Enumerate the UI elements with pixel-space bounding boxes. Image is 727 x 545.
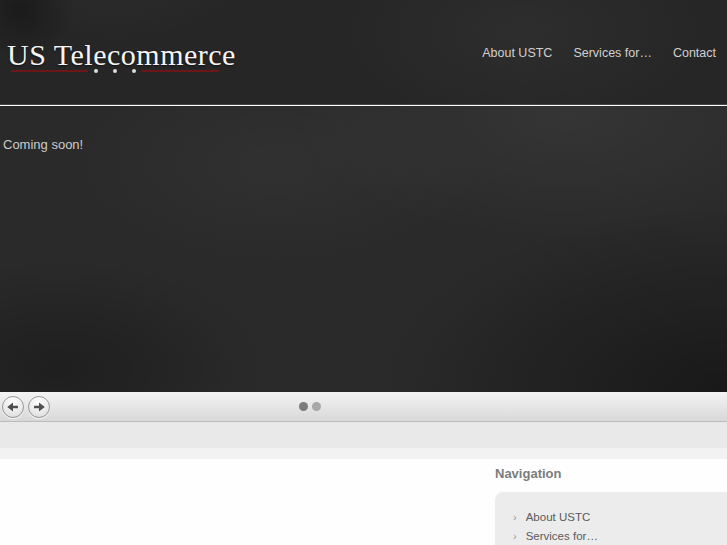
carousel-next-button[interactable] xyxy=(28,396,50,418)
logo-underline-decoration xyxy=(11,69,219,73)
sidebar-navigation-title: Navigation xyxy=(495,466,561,481)
carousel-control-bar xyxy=(0,392,727,422)
divider-strip-gray xyxy=(0,422,727,448)
nav-link-contact[interactable]: Contact xyxy=(673,46,716,60)
sidebar-item-about-ustc[interactable]: › About USTC xyxy=(513,511,727,523)
carousel-prev-button[interactable] xyxy=(2,396,24,418)
sidebar-navigation-box: › About USTC › Services for… xyxy=(495,492,727,545)
sidebar-item-services-for[interactable]: › Services for… xyxy=(513,530,727,542)
underline-right-segment xyxy=(142,70,219,72)
site-logo[interactable]: US Telecommerce xyxy=(7,38,236,72)
main-content-area: Navigation › About USTC › Services for… xyxy=(0,459,727,545)
nav-link-about-ustc[interactable]: About USTC xyxy=(482,46,552,60)
nav-link-services-for[interactable]: Services for… xyxy=(573,46,652,60)
carousel-dot-1-active[interactable] xyxy=(299,402,308,411)
arrow-right-icon xyxy=(32,400,46,414)
arrow-left-icon xyxy=(6,400,20,414)
hero-banner: Coming soon! xyxy=(0,106,727,392)
chevron-right-icon: › xyxy=(513,512,517,523)
sidebar-link-about-ustc[interactable]: About USTC xyxy=(526,511,591,523)
top-navigation: About USTC Services for… Contact xyxy=(482,0,716,105)
coming-soon-text: Coming soon! xyxy=(3,137,83,152)
chevron-right-icon: › xyxy=(513,531,517,542)
carousel-dot-2[interactable] xyxy=(312,402,321,411)
sidebar-navigation-list: › About USTC › Services for… xyxy=(495,492,727,542)
sidebar-link-services-for[interactable]: Services for… xyxy=(526,530,598,542)
underline-left-segment xyxy=(11,70,88,72)
underline-dots xyxy=(94,69,136,73)
site-header: US Telecommerce About USTC Services for…… xyxy=(0,0,727,105)
divider-strip-light xyxy=(0,448,727,459)
carousel-dots xyxy=(299,402,321,411)
page: US Telecommerce About USTC Services for…… xyxy=(0,0,727,545)
